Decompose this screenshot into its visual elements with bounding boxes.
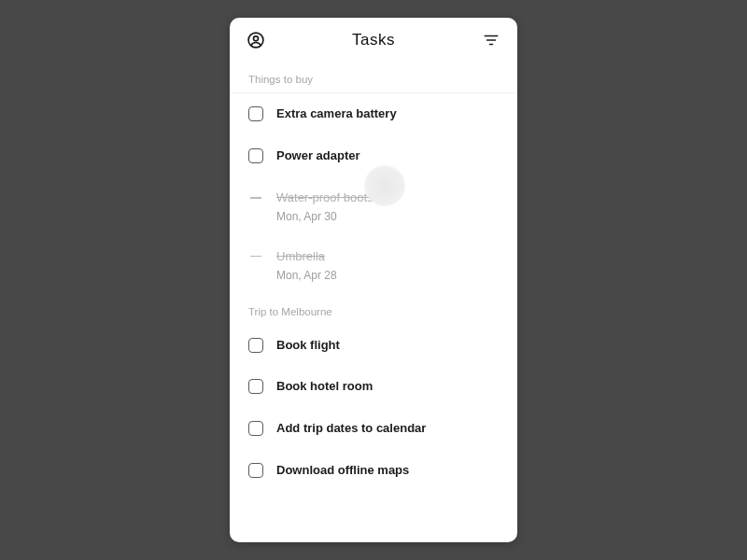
svg-point-1 [254,36,259,41]
checkbox-icon[interactable] [248,379,263,394]
task-label: Download offline maps [276,463,499,479]
task-row[interactable]: Download offline maps [230,450,517,492]
task-body: Power adapter [276,148,499,164]
task-row[interactable]: Book flight [230,325,517,367]
checkbox-icon[interactable] [248,463,263,478]
task-label: Book flight [276,338,499,354]
task-row[interactable]: Umbrella Mon, Apr 28 [230,236,517,295]
task-label: Umbrella [276,249,499,265]
task-row[interactable]: Extra camera battery [230,93,517,135]
task-body: Download offline maps [276,463,499,479]
task-list: Things to buy Extra camera battery Power… [230,63,517,542]
checkbox-icon[interactable] [248,421,263,436]
task-body: Umbrella Mon, Apr 28 [276,249,499,282]
task-row[interactable]: Power adapter [230,135,517,177]
task-body: Add trip dates to calendar [276,421,499,437]
task-label: Power adapter [276,148,499,164]
page-title: Tasks [230,31,517,49]
app-window: Tasks Things to buy Extra camera battery… [230,18,517,542]
checkbox-icon[interactable] [248,148,263,163]
section-header: Trip to Melbourne [230,295,517,325]
task-label: Add trip dates to calendar [276,421,499,437]
task-date: Mon, Apr 30 [276,210,499,223]
task-body: Extra camera battery [276,106,499,122]
checkbox-icon[interactable] [248,106,263,121]
task-label: Extra camera battery [276,106,499,122]
task-row[interactable]: Add trip dates to calendar [230,408,517,450]
task-label: Water-proof boots [276,190,499,206]
task-row[interactable]: Water-proof boots Mon, Apr 30 [230,177,517,236]
task-body: Water-proof boots Mon, Apr 30 [276,190,499,223]
task-body: Book flight [276,338,499,354]
completed-dash-icon [248,249,263,264]
checkbox-icon[interactable] [248,338,263,353]
task-label: Book hotel room [276,379,499,395]
task-body: Book hotel room [276,379,499,395]
completed-dash-icon [248,190,263,205]
task-row[interactable]: Book hotel room [230,366,517,408]
app-header: Tasks [230,18,517,63]
task-date: Mon, Apr 28 [276,269,499,282]
account-icon[interactable] [245,29,267,51]
section-header: Things to buy [230,63,517,93]
filter-icon[interactable] [480,29,502,51]
